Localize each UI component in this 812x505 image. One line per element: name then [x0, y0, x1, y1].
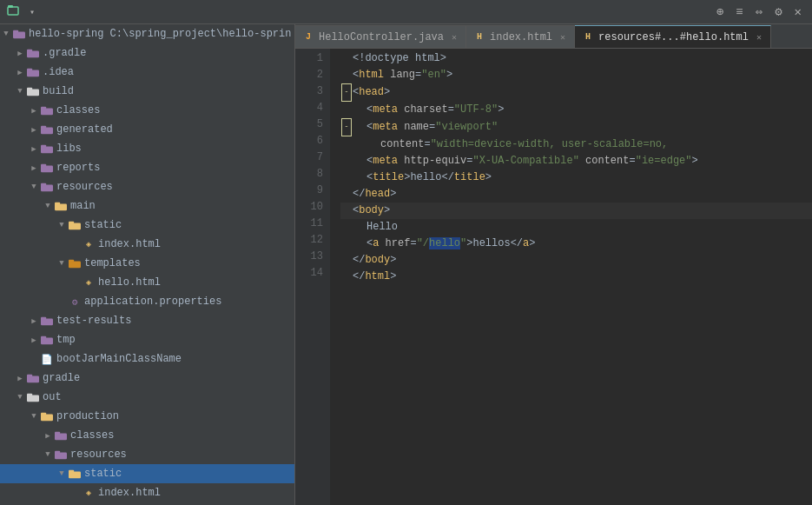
- tree-item-reports[interactable]: reports: [0, 158, 294, 177]
- tree-item-libs[interactable]: libs: [0, 139, 294, 158]
- fold-button-5[interactable]: -: [340, 118, 353, 136]
- project-icon: [7, 4, 19, 20]
- svg-rect-37: [55, 432, 60, 435]
- add-icon[interactable]: ⊕: [713, 3, 727, 21]
- tree-item-label: production: [56, 410, 119, 422]
- folder-icon: [40, 123, 54, 136]
- tree-item-index-html-2[interactable]: ◈index.html: [0, 483, 294, 502]
- tree-item-classes[interactable]: classes: [0, 101, 294, 120]
- tree-item-application-props[interactable]: ⚙application.properties: [0, 292, 294, 311]
- tree-item-resources[interactable]: resources: [0, 177, 294, 196]
- chevron-icon[interactable]: ▾: [30, 7, 35, 17]
- code-content-1: <!doctype html>: [353, 50, 446, 67]
- arrow-open: [42, 449, 54, 461]
- tab-close-button[interactable]: ✕: [452, 32, 457, 43]
- svg-rect-27: [41, 317, 46, 321]
- code-content-7: <meta http-equiv="X-UA-Compatible" conte…: [353, 153, 698, 169]
- code-area[interactable]: <!doctype html><html lang="en">-<head><m…: [330, 49, 812, 505]
- code-content-14: </html>: [353, 269, 396, 285]
- line-number-1: 1: [295, 50, 323, 67]
- code-content-10: <body>: [353, 203, 390, 219]
- code-content-5: <meta name="viewport": [353, 119, 498, 136]
- svg-rect-1: [8, 5, 13, 8]
- folder-icon: [40, 143, 54, 155]
- tree-item-main[interactable]: main: [0, 196, 294, 216]
- line-number-2: 2: [295, 67, 323, 83]
- html-file-icon: ◈: [82, 238, 96, 250]
- list-icon[interactable]: ≡: [732, 3, 746, 21]
- code-line-13: </body>: [340, 252, 812, 269]
- tree-item-label: .idea: [43, 66, 74, 78]
- tab-close-button[interactable]: ✕: [560, 32, 565, 43]
- tree-item-out[interactable]: out: [0, 388, 294, 407]
- tree-item-classes-2[interactable]: classes: [0, 426, 294, 445]
- tree-item-idea[interactable]: .idea: [0, 63, 294, 82]
- tree-item-generated[interactable]: generated: [0, 120, 294, 139]
- tree-item-label: reports: [56, 162, 100, 174]
- props-file-icon: ⚙: [68, 296, 82, 308]
- tree-item-production[interactable]: production: [0, 407, 294, 426]
- tree-item-label: index.html: [98, 487, 161, 499]
- tree-item-label: build: [43, 85, 74, 97]
- code-line-5: -<meta name="viewport": [340, 118, 812, 136]
- tree-item-hello-html-1[interactable]: ◈hello.html: [0, 273, 294, 292]
- svg-rect-31: [27, 375, 32, 378]
- svg-rect-35: [41, 413, 46, 416]
- folder-icon: [12, 28, 26, 40]
- code-content-6: content="width=device-width, user-scalab…: [353, 136, 668, 153]
- tree-item-build[interactable]: build: [0, 82, 294, 101]
- html-file-icon: ◈: [82, 487, 96, 499]
- code-content-12: <a href="/hello">hellos</a>: [353, 236, 535, 252]
- tree-item-index-html-1[interactable]: ◈index.html: [0, 235, 294, 254]
- tab-index-html[interactable]: Hindex.html✕: [466, 25, 575, 48]
- code-content-2: <html lang="en">: [353, 67, 452, 83]
- tree-item-label: resources: [70, 449, 127, 461]
- tab-label: index.html: [490, 31, 552, 43]
- folder-icon: [26, 391, 40, 403]
- collapse-icon[interactable]: ⇔: [752, 3, 766, 21]
- tree-item-label: libs: [56, 143, 82, 155]
- arrow-open: [0, 28, 12, 40]
- tree-item-static[interactable]: static: [0, 216, 294, 235]
- arrow-open: [42, 200, 54, 212]
- tab-bar: JHelloController.java✕Hindex.html✕Hresou…: [295, 24, 812, 49]
- code-line-4: <meta charset="UTF-8">: [340, 102, 812, 118]
- tab-hello-html[interactable]: Hresources#...#hello.html✕: [575, 25, 771, 48]
- code-line-6: content="width=device-width, user-scalab…: [340, 136, 812, 153]
- tree-item-test-results[interactable]: test-results: [0, 311, 294, 330]
- tree-item-gradle-root[interactable]: .gradle: [0, 43, 294, 63]
- tab-HelloController[interactable]: JHelloController.java✕: [295, 25, 466, 48]
- html-tab-icon: H: [473, 32, 485, 43]
- close-icon[interactable]: ✕: [791, 3, 805, 21]
- folder-icon: [40, 104, 54, 116]
- arrow-closed: [42, 429, 54, 442]
- tree-item-templates-1[interactable]: templates: [0, 254, 294, 273]
- tree-item-tmp[interactable]: tmp: [0, 330, 294, 349]
- gear-icon[interactable]: ⚙: [771, 3, 785, 21]
- file-tree: hello-spring C:\spring_project\hello-spr…: [0, 24, 295, 505]
- tree-item-label: static: [84, 219, 122, 231]
- tree-item-label: hello-spring C:\spring_project\hello-spr…: [29, 28, 291, 40]
- folder-icon: [54, 429, 68, 442]
- tree-item-resources-2[interactable]: resources: [0, 445, 294, 464]
- tree-item-gradle[interactable]: gradle: [0, 369, 294, 388]
- tree-item-hello-spring[interactable]: hello-spring C:\spring_project\hello-spr…: [0, 24, 294, 43]
- arrow-open: [14, 391, 26, 403]
- tree-item-label: index.html: [98, 238, 161, 250]
- tree-item-bootJarMainClassName[interactable]: 📄bootJarMainClassName: [0, 349, 294, 369]
- tree-item-label: templates: [84, 257, 141, 269]
- tree-item-label: .gradle: [43, 47, 86, 59]
- folder-icon: [68, 257, 82, 269]
- tab-close-button[interactable]: ✕: [756, 32, 762, 43]
- fold-button-3[interactable]: -: [340, 83, 353, 102]
- editor-content: 1234567891011121314 <!doctype html><html…: [295, 49, 812, 505]
- arrow-open: [56, 257, 68, 269]
- tree-item-label: application.properties: [84, 296, 221, 308]
- code-line-8: <title>hello</title>: [340, 169, 812, 186]
- tree-item-label: hello.html: [98, 276, 161, 289]
- title-bar-actions: ⊕ ≡ ⇔ ⚙ ✕: [713, 3, 805, 21]
- svg-rect-11: [41, 107, 46, 110]
- tree-item-label: resources: [56, 181, 113, 193]
- tree-item-label: bootJarMainClassName: [56, 353, 182, 365]
- tree-item-static-2[interactable]: static: [0, 464, 294, 483]
